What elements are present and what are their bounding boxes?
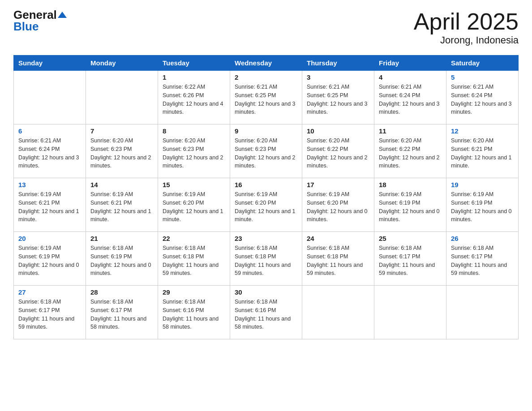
day-number: 9 bbox=[235, 127, 297, 135]
day-number: 16 bbox=[235, 181, 297, 188]
calendar-cell: 18Sunrise: 6:19 AMSunset: 6:19 PMDayligh… bbox=[374, 178, 446, 232]
day-info: Sunrise: 6:20 AMSunset: 6:22 PMDaylight:… bbox=[379, 137, 442, 170]
day-info: Sunrise: 6:18 AMSunset: 6:17 PMDaylight:… bbox=[90, 298, 153, 331]
calendar-cell: 17Sunrise: 6:19 AMSunset: 6:20 PMDayligh… bbox=[302, 178, 374, 232]
page-title: April 2025 bbox=[414, 9, 519, 34]
calendar-cell: 30Sunrise: 6:18 AMSunset: 6:16 PMDayligh… bbox=[230, 286, 302, 339]
day-number: 10 bbox=[307, 127, 369, 135]
day-info: Sunrise: 6:21 AMSunset: 6:24 PMDaylight:… bbox=[379, 83, 442, 116]
day-info: Sunrise: 6:18 AMSunset: 6:18 PMDaylight:… bbox=[307, 244, 369, 278]
day-number: 25 bbox=[379, 235, 442, 242]
calendar-cell: 9Sunrise: 6:20 AMSunset: 6:23 PMDaylight… bbox=[230, 124, 302, 178]
day-header-monday: Monday bbox=[86, 56, 158, 71]
calendar-cell bbox=[86, 71, 158, 124]
day-number: 3 bbox=[307, 73, 369, 81]
calendar-cell: 6Sunrise: 6:21 AMSunset: 6:24 PMDaylight… bbox=[14, 124, 86, 178]
day-number: 19 bbox=[451, 181, 514, 188]
calendar-cell: 3Sunrise: 6:21 AMSunset: 6:25 PMDaylight… bbox=[302, 71, 374, 124]
day-info: Sunrise: 6:19 AMSunset: 6:21 PMDaylight:… bbox=[90, 190, 153, 224]
calendar-cell: 20Sunrise: 6:19 AMSunset: 6:19 PMDayligh… bbox=[14, 232, 86, 286]
day-info: Sunrise: 6:21 AMSunset: 6:25 PMDaylight:… bbox=[307, 83, 369, 116]
day-number: 22 bbox=[163, 235, 225, 242]
page-subtitle: Jorong, Indonesia bbox=[414, 34, 519, 46]
calendar-week-row: 20Sunrise: 6:19 AMSunset: 6:19 PMDayligh… bbox=[14, 232, 519, 286]
day-info: Sunrise: 6:19 AMSunset: 6:21 PMDaylight:… bbox=[18, 190, 81, 224]
day-info: Sunrise: 6:20 AMSunset: 6:21 PMDaylight:… bbox=[451, 137, 514, 170]
calendar-cell: 22Sunrise: 6:18 AMSunset: 6:18 PMDayligh… bbox=[158, 232, 230, 286]
calendar-cell: 2Sunrise: 6:21 AMSunset: 6:25 PMDaylight… bbox=[230, 71, 302, 124]
day-info: Sunrise: 6:18 AMSunset: 6:17 PMDaylight:… bbox=[379, 244, 442, 278]
calendar-cell: 4Sunrise: 6:21 AMSunset: 6:24 PMDaylight… bbox=[374, 71, 446, 124]
day-info: Sunrise: 6:20 AMSunset: 6:23 PMDaylight:… bbox=[90, 137, 153, 170]
day-number: 8 bbox=[163, 127, 225, 135]
day-number: 21 bbox=[90, 235, 153, 242]
day-number: 1 bbox=[163, 73, 225, 81]
title-block: April 2025 Jorong, Indonesia bbox=[414, 9, 519, 46]
calendar-cell: 28Sunrise: 6:18 AMSunset: 6:17 PMDayligh… bbox=[86, 286, 158, 339]
calendar-cell: 12Sunrise: 6:20 AMSunset: 6:21 PMDayligh… bbox=[446, 124, 519, 178]
day-info: Sunrise: 6:18 AMSunset: 6:18 PMDaylight:… bbox=[235, 244, 297, 278]
day-number: 30 bbox=[235, 288, 297, 296]
calendar-cell: 14Sunrise: 6:19 AMSunset: 6:21 PMDayligh… bbox=[86, 178, 158, 232]
calendar-cell: 1Sunrise: 6:22 AMSunset: 6:26 PMDaylight… bbox=[158, 71, 230, 124]
calendar-header-row: SundayMondayTuesdayWednesdayThursdayFrid… bbox=[14, 56, 519, 71]
logo-blue: Blue bbox=[13, 20, 39, 33]
day-number: 29 bbox=[163, 288, 225, 296]
calendar-cell: 13Sunrise: 6:19 AMSunset: 6:21 PMDayligh… bbox=[14, 178, 86, 232]
day-number: 12 bbox=[451, 127, 514, 135]
calendar-cell: 7Sunrise: 6:20 AMSunset: 6:23 PMDaylight… bbox=[86, 124, 158, 178]
calendar-week-row: 27Sunrise: 6:18 AMSunset: 6:17 PMDayligh… bbox=[14, 286, 519, 339]
day-info: Sunrise: 6:18 AMSunset: 6:17 PMDaylight:… bbox=[451, 244, 514, 278]
day-number: 23 bbox=[235, 235, 297, 242]
day-info: Sunrise: 6:18 AMSunset: 6:16 PMDaylight:… bbox=[235, 298, 297, 331]
day-info: Sunrise: 6:20 AMSunset: 6:22 PMDaylight:… bbox=[307, 137, 369, 170]
calendar-cell bbox=[14, 71, 86, 124]
day-info: Sunrise: 6:19 AMSunset: 6:20 PMDaylight:… bbox=[235, 190, 297, 224]
logo-general: General bbox=[13, 9, 57, 21]
calendar-week-row: 1Sunrise: 6:22 AMSunset: 6:26 PMDaylight… bbox=[14, 71, 519, 124]
day-header-thursday: Thursday bbox=[302, 56, 374, 71]
calendar-cell: 26Sunrise: 6:18 AMSunset: 6:17 PMDayligh… bbox=[446, 232, 519, 286]
day-info: Sunrise: 6:19 AMSunset: 6:19 PMDaylight:… bbox=[18, 244, 81, 278]
day-info: Sunrise: 6:21 AMSunset: 6:24 PMDaylight:… bbox=[451, 83, 514, 116]
day-number: 26 bbox=[451, 235, 514, 242]
calendar-cell bbox=[302, 286, 374, 339]
day-number: 15 bbox=[163, 181, 225, 188]
calendar-cell: 5Sunrise: 6:21 AMSunset: 6:24 PMDaylight… bbox=[446, 71, 519, 124]
day-info: Sunrise: 6:18 AMSunset: 6:19 PMDaylight:… bbox=[90, 244, 153, 278]
day-number: 28 bbox=[90, 288, 153, 296]
day-info: Sunrise: 6:19 AMSunset: 6:20 PMDaylight:… bbox=[163, 190, 225, 224]
calendar-table: SundayMondayTuesdayWednesdayThursdayFrid… bbox=[13, 55, 519, 339]
calendar-cell: 11Sunrise: 6:20 AMSunset: 6:22 PMDayligh… bbox=[374, 124, 446, 178]
day-number: 27 bbox=[18, 288, 81, 296]
calendar-cell: 16Sunrise: 6:19 AMSunset: 6:20 PMDayligh… bbox=[230, 178, 302, 232]
day-header-friday: Friday bbox=[374, 56, 446, 71]
calendar-cell: 21Sunrise: 6:18 AMSunset: 6:19 PMDayligh… bbox=[86, 232, 158, 286]
calendar-cell: 10Sunrise: 6:20 AMSunset: 6:22 PMDayligh… bbox=[302, 124, 374, 178]
day-number: 20 bbox=[18, 235, 81, 242]
day-number: 24 bbox=[307, 235, 369, 242]
day-number: 5 bbox=[451, 73, 514, 81]
calendar-cell: 24Sunrise: 6:18 AMSunset: 6:18 PMDayligh… bbox=[302, 232, 374, 286]
calendar-week-row: 6Sunrise: 6:21 AMSunset: 6:24 PMDaylight… bbox=[14, 124, 519, 178]
day-info: Sunrise: 6:18 AMSunset: 6:17 PMDaylight:… bbox=[18, 298, 81, 331]
day-header-tuesday: Tuesday bbox=[158, 56, 230, 71]
day-info: Sunrise: 6:18 AMSunset: 6:18 PMDaylight:… bbox=[163, 244, 225, 278]
calendar-cell: 25Sunrise: 6:18 AMSunset: 6:17 PMDayligh… bbox=[374, 232, 446, 286]
day-info: Sunrise: 6:22 AMSunset: 6:26 PMDaylight:… bbox=[163, 83, 225, 116]
calendar-cell: 8Sunrise: 6:20 AMSunset: 6:23 PMDaylight… bbox=[158, 124, 230, 178]
day-header-saturday: Saturday bbox=[446, 56, 519, 71]
day-number: 7 bbox=[90, 127, 153, 135]
day-header-sunday: Sunday bbox=[14, 56, 86, 71]
day-info: Sunrise: 6:21 AMSunset: 6:24 PMDaylight:… bbox=[18, 137, 81, 170]
day-header-wednesday: Wednesday bbox=[230, 56, 302, 71]
day-info: Sunrise: 6:19 AMSunset: 6:20 PMDaylight:… bbox=[307, 190, 369, 224]
calendar-week-row: 13Sunrise: 6:19 AMSunset: 6:21 PMDayligh… bbox=[14, 178, 519, 232]
page-header: General Blue April 2025 Jorong, Indonesi… bbox=[13, 9, 519, 46]
day-number: 4 bbox=[379, 73, 442, 81]
calendar-cell: 15Sunrise: 6:19 AMSunset: 6:20 PMDayligh… bbox=[158, 178, 230, 232]
calendar-cell: 27Sunrise: 6:18 AMSunset: 6:17 PMDayligh… bbox=[14, 286, 86, 339]
day-number: 6 bbox=[18, 127, 81, 135]
day-info: Sunrise: 6:20 AMSunset: 6:23 PMDaylight:… bbox=[163, 137, 225, 170]
logo: General Blue bbox=[13, 9, 67, 32]
